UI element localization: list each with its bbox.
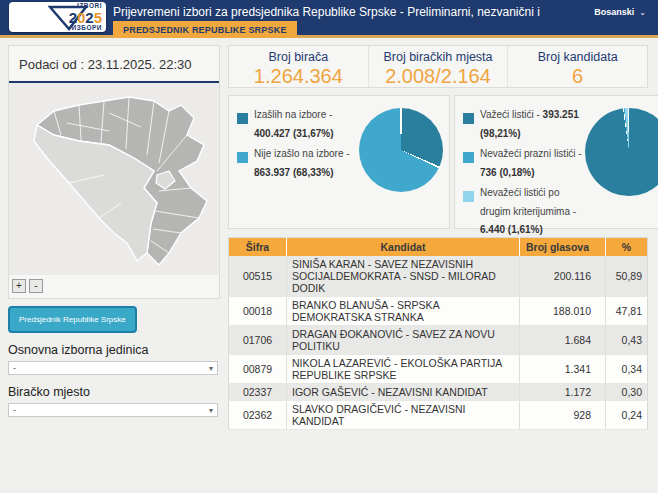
cell-votes: 1.172 bbox=[520, 383, 606, 400]
top-header-bar: IZBORI 2025 ИЗБОРИ Prijevremeni izbori z… bbox=[0, 0, 658, 38]
election-logo: IZBORI 2025 ИЗБОРИ bbox=[9, 2, 106, 32]
column-header-percent: % bbox=[606, 238, 648, 256]
bosnia-map[interactable] bbox=[9, 83, 219, 275]
table-row: 00018 BRANKO BLANUŠA - SRPSKA DEMOKRATSK… bbox=[229, 296, 648, 325]
cell-votes: 928 bbox=[520, 400, 606, 429]
column-header-votes: Broj glasova bbox=[520, 238, 606, 256]
basic-unit-label: Osnovna izborna jedinica bbox=[8, 343, 220, 357]
turnout-pie-chart bbox=[359, 108, 443, 192]
cell-percent: 0,24 bbox=[606, 400, 648, 429]
ballots-legend: Važeći listići - 393.251 (98,21%) Nevaže… bbox=[463, 106, 585, 222]
cell-code: 02337 bbox=[229, 383, 287, 400]
table-row: 00879 NIKOLA LAZAREVIĆ - EKOLOŠKA PARTIJ… bbox=[229, 354, 648, 383]
cell-code: 00515 bbox=[229, 256, 287, 297]
language-label: Bosanski bbox=[594, 7, 634, 17]
cell-code: 00018 bbox=[229, 296, 287, 325]
table-header-row: Šifra Kandidat Broj glasova % bbox=[229, 238, 648, 256]
legend-item: Nevažeći listići po drugim kriterijumima… bbox=[463, 184, 585, 240]
stat-label: Broj biračkih mjesta bbox=[369, 50, 508, 64]
turnout-legend: Izašlih na izbore - 400.427 (31,67%) Nij… bbox=[237, 106, 359, 222]
stat-value: 6 bbox=[508, 65, 647, 88]
stat-polling-stations: Broj biračkih mjesta 2.008/2.164 bbox=[368, 46, 508, 87]
cell-percent: 0,30 bbox=[606, 383, 648, 400]
summary-stats: Broj birača 1.264.364 Broj biračkih mjes… bbox=[228, 45, 648, 88]
legend-value: 863.937 bbox=[254, 167, 290, 178]
legend-value: 6.440 bbox=[480, 224, 505, 235]
legend-pct: (0,18%) bbox=[497, 167, 535, 178]
cell-votes: 188.010 bbox=[520, 296, 606, 325]
legend-pct: (98,21%) bbox=[480, 128, 521, 139]
column-header-code: Šifra bbox=[229, 238, 287, 256]
legend-swatch-light-blue bbox=[237, 152, 248, 163]
ballots-pie-chart bbox=[585, 108, 658, 196]
legend-label: Nevažeći listići po drugim kriterijumima… bbox=[480, 187, 576, 217]
polling-station-select[interactable]: - ▾ bbox=[8, 403, 218, 417]
logo-text-bottom: ИЗБОРИ bbox=[50, 25, 102, 32]
legend-value: 393.251 bbox=[543, 109, 579, 120]
legend-pct: (1,61%) bbox=[505, 224, 543, 235]
cell-votes: 200.116 bbox=[520, 256, 606, 297]
stat-candidates: Broj kandidata 6 bbox=[507, 46, 647, 87]
legend-item: Nevažeći prazni listići - 736 (0,18%) bbox=[463, 145, 585, 182]
zoom-out-button[interactable]: - bbox=[29, 279, 43, 293]
cell-code: 02362 bbox=[229, 400, 287, 429]
cell-votes: 1.341 bbox=[520, 354, 606, 383]
cell-candidate: SLAVKO DRAGIČEVIĆ - NEZAVISNI KANDIDAT bbox=[287, 400, 520, 429]
chevron-down-icon: ▾ bbox=[209, 406, 213, 415]
legend-item: Važeći listići - 393.251 (98,21%) bbox=[463, 106, 585, 143]
legend-pct: (68,33%) bbox=[290, 167, 333, 178]
polling-station-label: Biračko mjesto bbox=[8, 385, 220, 399]
page-title: Prijevremeni izbori za predsjednika Repu… bbox=[113, 5, 543, 19]
cell-percent: 0,34 bbox=[606, 354, 648, 383]
stat-value: 1.264.364 bbox=[229, 65, 368, 88]
stat-voters: Broj birača 1.264.364 bbox=[229, 46, 368, 87]
race-level-button[interactable]: Predsjednik Republike Srpske bbox=[8, 306, 137, 333]
basic-unit-select[interactable]: - ▾ bbox=[8, 361, 218, 375]
cell-percent: 50,89 bbox=[606, 256, 648, 297]
legend-item: Nije izašlo na izbore - 863.937 (68,33%) bbox=[237, 145, 359, 182]
legend-label: Nevažeći prazni listići - bbox=[480, 148, 582, 159]
zoom-in-button[interactable]: + bbox=[12, 279, 26, 293]
legend-value: 736 bbox=[480, 167, 497, 178]
results-area: Broj birača 1.264.364 Broj biračkih mjes… bbox=[228, 45, 648, 430]
cell-percent: 0,43 bbox=[606, 325, 648, 354]
cell-votes: 1.684 bbox=[520, 325, 606, 354]
cell-code: 01706 bbox=[229, 325, 287, 354]
stat-label: Broj birača bbox=[229, 50, 368, 64]
table-row: 02337 IGOR GAŠEVIĆ - NEZAVISNI KANDIDAT … bbox=[229, 383, 648, 400]
legend-label: Izašlih na izbore - bbox=[254, 109, 332, 120]
cell-percent: 47,81 bbox=[606, 296, 648, 325]
cell-candidate: SINIŠA KARAN - SAVEZ NEZAVISNIH SOCIJALD… bbox=[287, 256, 520, 297]
cell-code: 00879 bbox=[229, 354, 287, 383]
legend-swatch-pale-blue bbox=[463, 191, 474, 202]
main-content: Podaci od : 23.11.2025. 22:30 bbox=[0, 38, 658, 430]
language-selector[interactable]: Bosanski ⌄ bbox=[594, 7, 646, 17]
polling-station-select-value: - bbox=[13, 405, 16, 415]
chevron-down-icon: ▾ bbox=[209, 364, 213, 373]
legend-label: Nije izašlo na izbore - bbox=[254, 148, 350, 159]
cell-candidate: DRAGAN ĐOKANOVIĆ - SAVEZ ZA NOVU POLITIK… bbox=[287, 325, 520, 354]
stat-label: Broj kandidata bbox=[508, 50, 647, 64]
logo-year: 2025 bbox=[50, 10, 102, 25]
table-row: 00515 SINIŠA KARAN - SAVEZ NEZAVISNIH SO… bbox=[229, 256, 648, 297]
chevron-down-icon: ⌄ bbox=[639, 8, 646, 17]
legend-swatch-medium-blue bbox=[463, 152, 474, 163]
cell-candidate: IGOR GAŠEVIĆ - NEZAVISNI KANDIDAT bbox=[287, 383, 520, 400]
basic-unit-select-value: - bbox=[13, 363, 16, 373]
map-zoom-controls: + - bbox=[9, 275, 219, 298]
tab-predsjednik-republike-srpske[interactable]: PREDSJEDNIK REPUBLIKE SRPSKE bbox=[113, 21, 297, 38]
results-table: Šifra Kandidat Broj glasova % 00515 SINI… bbox=[228, 237, 648, 430]
legend-swatch-dark-teal bbox=[237, 113, 248, 124]
legend-value: 400.427 bbox=[254, 128, 290, 139]
pie-charts-row: Izašlih na izbore - 400.427 (31,67%) Nij… bbox=[228, 95, 648, 229]
legend-item: Izašlih na izbore - 400.427 (31,67%) bbox=[237, 106, 359, 143]
turnout-pie-panel: Izašlih na izbore - 400.427 (31,67%) Nij… bbox=[228, 95, 450, 229]
table-row: 01706 DRAGAN ĐOKANOVIĆ - SAVEZ ZA NOVU P… bbox=[229, 325, 648, 354]
map-panel: Podaci od : 23.11.2025. 22:30 bbox=[8, 45, 220, 299]
legend-pct: (31,67%) bbox=[290, 128, 333, 139]
table-row: 02362 SLAVKO DRAGIČEVIĆ - NEZAVISNI KAND… bbox=[229, 400, 648, 429]
ballots-pie-panel: Važeći listići - 393.251 (98,21%) Nevaže… bbox=[454, 95, 658, 229]
cell-candidate: BRANKO BLANUŠA - SRPSKA DEMOKRATSKA STRA… bbox=[287, 296, 520, 325]
data-as-of-label: Podaci od : 23.11.2025. 22:30 bbox=[9, 46, 219, 83]
cell-candidate: NIKOLA LAZAREVIĆ - EKOLOŠKA PARTIJA REPU… bbox=[287, 354, 520, 383]
